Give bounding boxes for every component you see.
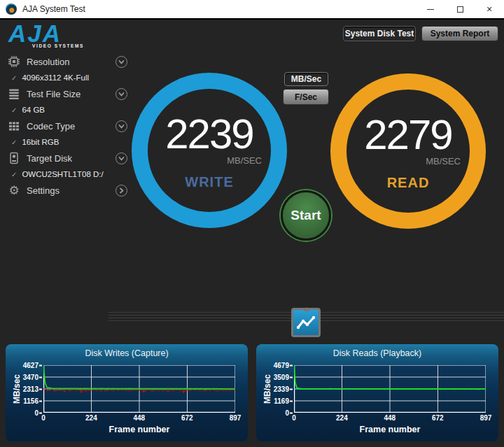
read-speed-value: 2279 <box>356 114 461 156</box>
x-tick-label: 224 <box>85 414 97 422</box>
y-tick-label: 2313 <box>23 385 42 393</box>
chevron-down-icon[interactable] <box>115 88 127 100</box>
chevron-down-icon[interactable] <box>115 120 127 132</box>
x-tick-label: 448 <box>384 414 396 422</box>
disk-writes-panel: Disk Writes (Capture) MB/sec 01156231334… <box>6 344 248 441</box>
sidebar-value-resolution: ✓4096x3112 4K-Full <box>7 70 127 85</box>
sidebar-item-label: Target Disk <box>27 153 72 164</box>
sidebar-item-test-file-size[interactable]: Test File Size <box>7 85 127 102</box>
x-tick-label: 897 <box>480 414 492 422</box>
x-tick-label: 448 <box>133 414 145 422</box>
write-speed-unit: MB/SEC <box>157 155 262 166</box>
chevron-right-icon[interactable] <box>115 185 127 197</box>
codec-icon <box>7 120 21 132</box>
x-tick-label: 672 <box>181 414 193 422</box>
line-chart-icon <box>293 310 318 335</box>
y-tick-label: 1156 <box>23 397 42 405</box>
sidebar-value-text: 64 GB <box>22 106 45 114</box>
check-icon: ✓ <box>11 171 17 178</box>
aja-system-test-window: AJA System Test × AJA VIDEO SYSTEMS Syst… <box>0 0 504 447</box>
read-gauge-label: READ <box>356 175 461 191</box>
chevron-down-icon[interactable] <box>115 152 127 164</box>
y-tick-label: 4627 <box>23 362 42 369</box>
system-report-button[interactable]: System Report <box>421 26 498 41</box>
disk-reads-panel: Disk Reads (Playback) MB/sec 01169233935… <box>256 344 498 441</box>
disk-writes-xlabel: Frame number <box>43 425 235 434</box>
x-tick-label: 897 <box>230 414 241 422</box>
graph-panel-toggle-button[interactable] <box>291 308 321 337</box>
check-icon: ✓ <box>11 139 17 146</box>
chevron-down-icon[interactable] <box>115 56 127 68</box>
aja-logo: AJA VIDEO SYSTEMS <box>8 22 84 48</box>
disk-reads-yticks: 01169233935094679 <box>263 365 293 413</box>
sidebar-value-text: 4096x3112 4K-Full <box>22 73 89 82</box>
start-button-label: Start <box>290 208 321 223</box>
sidebar-value-target-disk: ✓OWCU2SHTL1T08 D:/ <box>7 166 127 182</box>
sidebar-value-text: OWCU2SHTL1T08 D:/ <box>22 170 103 178</box>
y-tick-label: 3470 <box>23 374 42 381</box>
sidebar-item-label: Codec Type <box>27 121 75 132</box>
disk-writes-chart <box>43 365 235 413</box>
layers-icon <box>7 87 21 100</box>
disk-writes-yticks: 01156231334704627 <box>13 365 42 413</box>
close-button[interactable]: × <box>475 0 504 19</box>
close-icon: × <box>486 4 492 14</box>
aja-logo-text: AJA <box>8 22 84 45</box>
y-tick-label: 3509 <box>274 374 293 381</box>
window-title: AJA System Test <box>22 4 85 14</box>
sidebar-item-label: Test File Size <box>27 89 80 99</box>
sidebar-value-text: 16bit RGB <box>22 138 59 146</box>
chip-icon <box>7 55 21 68</box>
frames-per-sec-toggle[interactable]: F/Sec <box>283 89 329 105</box>
disk-reads-xticks: 0224448672897 <box>294 414 486 423</box>
x-tick-label: 0 <box>292 414 296 422</box>
gear-icon: ⚙ <box>7 185 21 197</box>
maximize-icon <box>457 6 463 13</box>
sidebar-value-test-file-size: ✓64 GB <box>7 102 127 118</box>
start-button[interactable]: Start <box>281 190 331 241</box>
write-speed-value: 2239 <box>157 113 262 155</box>
mb-per-sec-toggle[interactable]: MB/Sec <box>284 72 328 86</box>
title-bar: AJA System Test × <box>0 0 504 20</box>
app-icon <box>6 3 17 15</box>
read-gauge: 2279 MB/SEC READ <box>330 73 486 229</box>
check-icon: ✓ <box>11 74 17 82</box>
disk-reads-title: Disk Reads (Playback) <box>256 344 498 358</box>
disk-reads-xlabel: Frame number <box>294 425 486 434</box>
maximize-button[interactable] <box>445 0 475 19</box>
system-disk-test-button[interactable]: System Disk Test <box>343 26 416 41</box>
write-gauge: 2239 MB/SEC WRITE <box>132 73 287 228</box>
sidebar-item-resolution[interactable]: Resolution <box>7 53 127 70</box>
sidebar-item-settings[interactable]: ⚙Settings <box>7 182 127 199</box>
minimize-button[interactable] <box>416 0 445 19</box>
x-tick-label: 0 <box>41 414 46 422</box>
sidebar-item-codec-type[interactable]: Codec Type <box>7 118 127 134</box>
disk-writes-title: Disk Writes (Capture) <box>6 344 248 358</box>
window-controls: × <box>416 0 504 19</box>
check-icon: ✓ <box>11 106 17 114</box>
x-tick-label: 224 <box>336 414 348 422</box>
write-gauge-label: WRITE <box>157 174 262 190</box>
sidebar-item-label: Resolution <box>27 57 69 67</box>
minimize-icon <box>427 9 434 10</box>
y-tick-label: 1169 <box>274 397 293 405</box>
read-speed-unit: MB/SEC <box>356 156 461 166</box>
sidebar: Resolution✓4096x3112 4K-FullTest File Si… <box>7 53 127 199</box>
y-tick-label: 2339 <box>274 385 293 393</box>
disk-reads-chart <box>294 365 486 413</box>
sidebar-value-codec-type: ✓16bit RGB <box>7 134 127 150</box>
disk-writes-xticks: 0224448672897 <box>43 414 235 423</box>
sidebar-item-label: Settings <box>27 185 59 196</box>
y-tick-label: 4679 <box>274 362 293 369</box>
x-tick-label: 672 <box>432 414 444 422</box>
disk-icon <box>7 152 21 164</box>
sidebar-item-target-disk[interactable]: Target Disk <box>7 150 127 166</box>
